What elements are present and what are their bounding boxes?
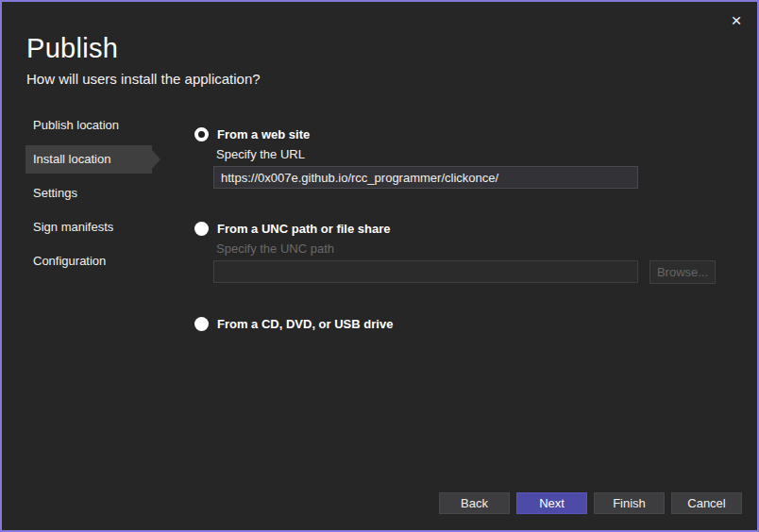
page-subtitle: How will users install the application? [26, 71, 261, 87]
radio-from-cd-dvd-usb-label[interactable]: From a CD, DVD, or USB drive [217, 317, 393, 331]
cancel-button[interactable]: Cancel [671, 492, 742, 514]
radio-from-web-site[interactable] [194, 127, 209, 141]
next-button[interactable]: Next [516, 492, 587, 514]
radio-from-cd-dvd-usb[interactable] [194, 317, 209, 331]
sidebar-item-sign-manifests[interactable]: Sign manifests [25, 213, 152, 241]
wizard-steps-sidebar: Publish location Install location Settin… [25, 111, 162, 281]
url-input[interactable] [213, 166, 638, 189]
sidebar-item-install-location[interactable]: Install location [25, 145, 152, 174]
publish-wizard-dialog: × Publish How will users install the app… [0, 0, 759, 532]
specify-url-label: Specify the URL [216, 147, 305, 161]
radio-from-unc-path[interactable] [194, 222, 209, 236]
radio-from-unc-path-label[interactable]: From a UNC path or file share [217, 222, 390, 236]
radio-from-web-site-label[interactable]: From a web site [217, 127, 310, 141]
unc-path-input[interactable] [213, 260, 638, 283]
sidebar-item-configuration[interactable]: Configuration [25, 247, 152, 275]
close-icon[interactable]: × [726, 10, 747, 31]
browse-button[interactable]: Browse... [649, 260, 716, 284]
finish-button[interactable]: Finish [594, 492, 665, 514]
back-button[interactable]: Back [439, 492, 510, 514]
sidebar-item-settings[interactable]: Settings [25, 179, 152, 208]
specify-unc-path-label: Specify the UNC path [216, 241, 334, 256]
wizard-footer: Back Next Finish Cancel [439, 492, 742, 514]
page-title: Publish [26, 33, 118, 64]
sidebar-item-publish-location[interactable]: Publish location [25, 111, 152, 140]
